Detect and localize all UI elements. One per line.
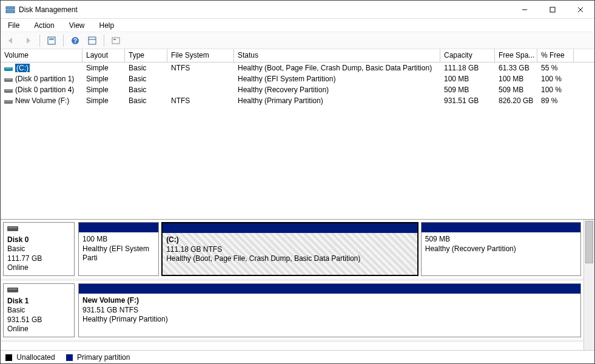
disk-row: Disk 1Basic931.51 GBOnlineNew Volume (F:…: [1, 281, 583, 342]
volume-pct: 55 %: [537, 64, 574, 72]
volume-free: 509 MB: [495, 86, 537, 94]
volume-capacity: 509 MB: [440, 86, 495, 94]
disk-name: Disk 1: [7, 297, 29, 305]
partition-size: 111.18 GB NTFS: [166, 245, 222, 254]
partition[interactable]: 509 MBHealthy (Recovery Partition): [421, 222, 581, 276]
scrollbar[interactable]: [583, 220, 594, 350]
help-button[interactable]: ?: [69, 34, 82, 47]
volume-capacity: 111.18 GB: [440, 64, 495, 72]
volume-layout: Simple: [82, 75, 125, 83]
svg-rect-7: [49, 38, 54, 40]
toolbar: ?: [1, 32, 594, 49]
volume-row[interactable]: (Disk 0 partition 4)SimpleBasicHealthy (…: [1, 84, 594, 95]
col-fs[interactable]: File System: [167, 49, 234, 62]
menu-view[interactable]: View: [67, 20, 87, 31]
partition[interactable]: New Volume (F:)931.51 GB NTFSHealthy (Pr…: [78, 283, 581, 337]
partition-status: Healthy (Recovery Partition): [425, 244, 516, 253]
volume-free: 61.33 GB: [495, 64, 537, 72]
back-button[interactable]: [4, 34, 18, 47]
minimize-button[interactable]: [511, 1, 539, 19]
menu-action[interactable]: Action: [32, 20, 56, 31]
volume-capacity: 931.51 GB: [440, 96, 495, 105]
svg-rect-22: [7, 226, 18, 231]
volume-type: Basic: [125, 75, 167, 83]
disk-label[interactable]: Disk 0Basic111.77 GBOnline: [3, 222, 75, 276]
partition-status: Healthy (Boot, Page File, Crash Dump, Ba…: [166, 254, 360, 263]
partition-size: 931.51 GB NTFS: [82, 306, 138, 314]
volume-name: (C:): [15, 64, 30, 72]
partition-size: 100 MB: [82, 235, 107, 243]
disk-label[interactable]: Disk 1Basic931.51 GBOnline: [3, 283, 75, 337]
partition-stripe: [79, 284, 580, 294]
menu-file[interactable]: File: [5, 20, 22, 31]
legend: Unallocated Primary partition: [1, 350, 594, 363]
svg-rect-20: [4, 100, 13, 104]
col-status[interactable]: Status: [234, 49, 440, 62]
partition-title: New Volume (F:): [82, 296, 139, 305]
volume-row[interactable]: (Disk 0 partition 1)SimpleBasicHealthy (…: [1, 73, 594, 84]
svg-rect-13: [113, 39, 116, 40]
partition[interactable]: 100 MBHealthy (EFI System Parti: [78, 222, 159, 276]
volume-pct: 89 %: [537, 96, 574, 105]
drive-icon: [4, 87, 13, 93]
volume-pct: 100 %: [537, 86, 574, 94]
volume-list: Volume Layout Type File System Status Ca…: [1, 49, 594, 220]
forward-button[interactable]: [21, 34, 35, 47]
volume-name: (Disk 0 partition 4): [15, 86, 74, 94]
volume-free: 826.20 GB: [495, 96, 537, 105]
disk-state: Online: [7, 325, 29, 333]
disk-name: Disk 0: [7, 235, 29, 244]
col-layout[interactable]: Layout: [82, 49, 125, 62]
col-volume[interactable]: Volume: [1, 49, 82, 62]
volume-type: Basic: [125, 86, 167, 94]
menu-help[interactable]: Help: [97, 20, 117, 31]
disk-type: Basic: [7, 244, 25, 253]
volume-status: Healthy (Primary Partition): [234, 96, 440, 105]
volume-fs: NTFS: [167, 96, 234, 105]
settings-button[interactable]: [86, 34, 99, 47]
disk-state: Online: [7, 263, 29, 272]
menu-bar: File Action View Help: [1, 19, 594, 32]
properties-button[interactable]: [109, 34, 123, 47]
volume-row[interactable]: (C:)SimpleBasicNTFSHealthy (Boot, Page F…: [1, 62, 594, 73]
volume-free: 100 MB: [495, 75, 537, 83]
svg-rect-17: [5, 79, 12, 79]
close-button[interactable]: [566, 1, 594, 19]
volume-layout: Simple: [82, 86, 125, 94]
primary-swatch: [66, 354, 73, 361]
svg-rect-18: [4, 89, 13, 93]
disk-size: 111.77 GB: [7, 254, 42, 263]
col-pct[interactable]: % Free: [537, 49, 574, 62]
svg-rect-21: [5, 101, 12, 101]
drive-icon: [4, 66, 13, 72]
refresh-button[interactable]: [45, 34, 58, 47]
legend-primary: Primary partition: [66, 353, 130, 362]
volume-columns: Volume Layout Type File System Status Ca…: [1, 49, 594, 62]
partition-status: Healthy (Primary Partition): [82, 315, 168, 323]
volume-status: Healthy (EFI System Partition): [234, 75, 440, 83]
svg-rect-12: [112, 38, 119, 44]
volume-type: Basic: [125, 96, 167, 105]
volume-type: Basic: [125, 64, 167, 72]
svg-rect-24: [7, 288, 18, 292]
maximize-button[interactable]: [539, 1, 566, 19]
volume-status: Healthy (Boot, Page File, Crash Dump, Ba…: [234, 64, 440, 72]
svg-rect-0: [6, 7, 15, 9]
title-bar: Disk Management: [1, 1, 594, 19]
svg-text:?: ?: [73, 38, 77, 44]
volume-status: Healthy (Recovery Partition): [234, 86, 440, 94]
col-free[interactable]: Free Spa...: [495, 49, 537, 62]
drive-icon: [4, 98, 13, 104]
unallocated-swatch: [5, 354, 12, 361]
scrollbar-thumb[interactable]: [585, 221, 593, 263]
partition-stripe: [422, 223, 580, 232]
partition[interactable]: (C:)111.18 GB NTFSHealthy (Boot, Page Fi…: [161, 222, 419, 276]
volume-layout: Simple: [82, 96, 125, 105]
volume-capacity: 100 MB: [440, 75, 495, 83]
svg-rect-6: [48, 37, 55, 44]
col-type[interactable]: Type: [125, 49, 167, 62]
col-capacity[interactable]: Capacity: [440, 49, 495, 62]
window-title: Disk Management: [19, 5, 78, 14]
partition-size: 509 MB: [425, 235, 450, 243]
volume-row[interactable]: New Volume (F:)SimpleBasicNTFSHealthy (P…: [1, 95, 594, 106]
